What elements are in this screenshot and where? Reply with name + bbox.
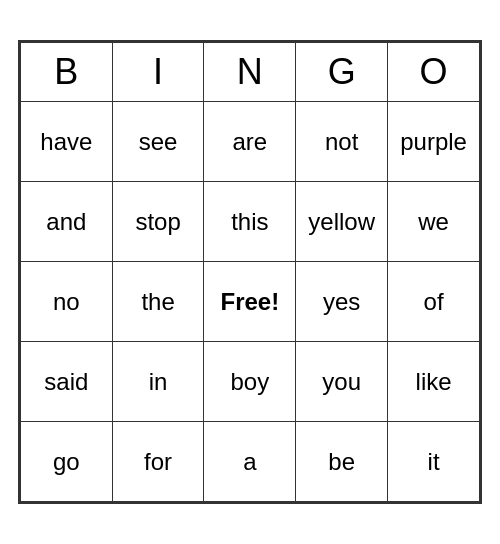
table-cell: like	[388, 342, 480, 422]
table-row: saidinboyyoulike	[21, 342, 480, 422]
table-cell: it	[388, 422, 480, 502]
table-cell: a	[204, 422, 296, 502]
table-row: notheFree!yesof	[21, 262, 480, 342]
table-cell: said	[21, 342, 113, 422]
table-cell: the	[112, 262, 204, 342]
table-row: andstopthisyellowwe	[21, 182, 480, 262]
table-cell: have	[21, 102, 113, 182]
table-cell: stop	[112, 182, 204, 262]
table-cell: go	[21, 422, 113, 502]
table-cell: yes	[296, 262, 388, 342]
table-cell: purple	[388, 102, 480, 182]
table-cell: we	[388, 182, 480, 262]
bingo-table: BINGO haveseearenotpurpleandstopthisyell…	[20, 42, 480, 502]
header-row: BINGO	[21, 43, 480, 102]
table-cell: boy	[204, 342, 296, 422]
header-cell-g: G	[296, 43, 388, 102]
table-cell: for	[112, 422, 204, 502]
table-cell: be	[296, 422, 388, 502]
header-cell-o: O	[388, 43, 480, 102]
table-cell: see	[112, 102, 204, 182]
table-cell: and	[21, 182, 113, 262]
table-cell: in	[112, 342, 204, 422]
header-cell-i: I	[112, 43, 204, 102]
header-cell-b: B	[21, 43, 113, 102]
table-cell: yellow	[296, 182, 388, 262]
table-cell: no	[21, 262, 113, 342]
table-cell: not	[296, 102, 388, 182]
header-cell-n: N	[204, 43, 296, 102]
table-cell: Free!	[204, 262, 296, 342]
table-cell: are	[204, 102, 296, 182]
table-cell: of	[388, 262, 480, 342]
bingo-card: BINGO haveseearenotpurpleandstopthisyell…	[18, 40, 482, 504]
table-cell: this	[204, 182, 296, 262]
table-row: haveseearenotpurple	[21, 102, 480, 182]
table-row: goforabeit	[21, 422, 480, 502]
table-cell: you	[296, 342, 388, 422]
